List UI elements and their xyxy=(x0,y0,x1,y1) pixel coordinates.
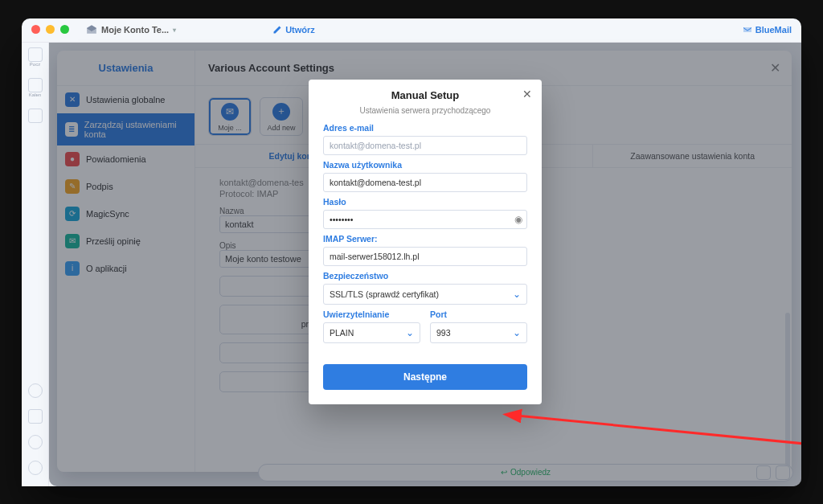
imap-server-input[interactable]: mail-serwer158012.lh.pl xyxy=(323,247,527,266)
password-input[interactable]: •••••••• xyxy=(323,210,527,229)
eye-icon[interactable]: ◉ xyxy=(514,214,522,225)
chevron-down-icon: ⌄ xyxy=(513,327,521,338)
manual-setup-modal: ✕ Manual Setup Ustawienia serwera przych… xyxy=(309,80,542,404)
compose-button[interactable]: Utwórz xyxy=(272,25,315,35)
main-area: Ustawienia ✕ Ustawienia globalne ≣ Zarzą… xyxy=(49,43,801,486)
port-select[interactable]: 993 ⌄ xyxy=(430,322,527,343)
inbox-icon xyxy=(28,47,43,62)
left-rail: Pocz Kalen xyxy=(22,43,49,486)
security-select[interactable]: SSL/TLS (sprawdź certyfikat) ⌄ xyxy=(323,284,527,305)
rail-item-3[interactable] xyxy=(28,109,43,123)
close-window-button[interactable] xyxy=(31,25,40,34)
auth-label: Uwierzytelnianie xyxy=(323,309,420,319)
compose-icon xyxy=(272,25,282,35)
auth-select[interactable]: PLAIN ⌄ xyxy=(323,322,420,343)
rail-calendar[interactable]: Kalen xyxy=(28,78,43,97)
email-label: Adres e-mail xyxy=(323,123,527,133)
rail-settings-icon[interactable] xyxy=(28,435,43,449)
modal-subtitle: Ustawienia serwera przychodzącego xyxy=(323,106,527,115)
username-label: Nazwa użytkownika xyxy=(323,160,527,170)
mail-icon xyxy=(86,24,97,35)
next-button[interactable]: Następne xyxy=(323,364,527,390)
email-input[interactable]: kontakt@domena-test.pl xyxy=(323,136,527,155)
chevron-down-icon: ⌄ xyxy=(406,327,414,338)
username-input[interactable]: kontakt@domena-test.pl xyxy=(323,173,527,192)
password-label: Hasło xyxy=(323,197,527,207)
rail-cloud-icon[interactable] xyxy=(28,383,43,398)
modal-title: Manual Setup xyxy=(323,89,527,101)
app-window: Moje Konto Te... ▾ Utwórz BlueMail Pocz … xyxy=(22,18,801,486)
topbar: Moje Konto Te... ▾ Utwórz BlueMail xyxy=(22,18,801,43)
calendar-icon xyxy=(28,78,43,92)
compose-label: Utwórz xyxy=(285,25,315,35)
window-controls xyxy=(31,25,69,34)
imap-server-label: IMAP Serwer: xyxy=(323,234,527,244)
maximize-window-button[interactable] xyxy=(60,25,69,34)
minimize-window-button[interactable] xyxy=(46,25,55,34)
security-label: Bezpieczeństwo xyxy=(323,271,527,281)
brand-icon xyxy=(743,25,752,35)
brand-label: BlueMail xyxy=(743,25,792,35)
chevron-down-icon: ⌄ xyxy=(513,289,521,300)
rail-avatar-icon[interactable] xyxy=(28,461,43,475)
rail-grid-icon[interactable] xyxy=(28,409,43,424)
rail-icon-3 xyxy=(28,109,43,123)
account-name: Moje Konto Te... xyxy=(101,25,169,35)
chevron-down-icon: ▾ xyxy=(173,27,176,34)
rail-inbox[interactable]: Pocz xyxy=(28,47,43,67)
port-label: Port xyxy=(430,309,527,319)
modal-close-button[interactable]: ✕ xyxy=(522,88,532,100)
account-dropdown[interactable]: Moje Konto Te... ▾ xyxy=(86,24,176,35)
